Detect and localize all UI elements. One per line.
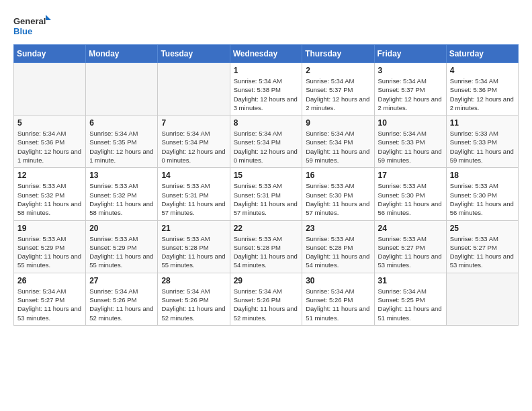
day-info: Sunrise: 5:33 AM Sunset: 5:33 PM Dayligh…: [450, 129, 515, 165]
day-number: 11: [450, 118, 515, 128]
day-number: 21: [161, 224, 226, 233]
day-info: Sunrise: 5:34 AM Sunset: 5:34 PM Dayligh…: [234, 129, 299, 165]
calendar-cell: 19Sunrise: 5:33 AM Sunset: 5:29 PM Dayli…: [14, 220, 86, 273]
calendar-week-4: 26Sunrise: 5:34 AM Sunset: 5:27 PM Dayli…: [14, 273, 519, 325]
day-number: 30: [306, 276, 370, 285]
calendar-cell: 14Sunrise: 5:33 AM Sunset: 5:31 PM Dayli…: [158, 168, 230, 220]
day-number: 7: [161, 118, 226, 128]
calendar-week-2: 12Sunrise: 5:33 AM Sunset: 5:32 PM Dayli…: [14, 168, 519, 220]
day-number: 27: [89, 276, 154, 285]
day-number: 1: [234, 66, 299, 75]
calendar-cell: 7Sunrise: 5:34 AM Sunset: 5:34 PM Daylig…: [158, 116, 230, 168]
col-header-saturday: Saturday: [446, 45, 518, 63]
svg-text:General: General: [13, 16, 46, 26]
calendar-cell: 15Sunrise: 5:33 AM Sunset: 5:31 PM Dayli…: [230, 168, 302, 220]
calendar-cell: 16Sunrise: 5:33 AM Sunset: 5:30 PM Dayli…: [302, 168, 374, 220]
calendar-week-0: 1Sunrise: 5:34 AM Sunset: 5:38 PM Daylig…: [14, 63, 519, 116]
day-number: 6: [89, 118, 154, 128]
calendar-cell: [158, 63, 230, 116]
calendar-cell: 28Sunrise: 5:34 AM Sunset: 5:26 PM Dayli…: [158, 273, 230, 325]
calendar-cell: 22Sunrise: 5:33 AM Sunset: 5:28 PM Dayli…: [230, 220, 302, 273]
calendar-cell: [446, 273, 518, 325]
day-info: Sunrise: 5:33 AM Sunset: 5:28 PM Dayligh…: [161, 234, 226, 270]
day-number: 24: [378, 224, 443, 233]
calendar-cell: 30Sunrise: 5:34 AM Sunset: 5:26 PM Dayli…: [302, 273, 374, 325]
day-info: Sunrise: 5:34 AM Sunset: 5:26 PM Dayligh…: [89, 287, 154, 322]
day-info: Sunrise: 5:34 AM Sunset: 5:34 PM Dayligh…: [161, 129, 226, 165]
logo-svg: General Blue: [13, 13, 54, 38]
calendar-cell: 4Sunrise: 5:34 AM Sunset: 5:36 PM Daylig…: [446, 63, 518, 116]
day-number: 20: [89, 224, 154, 233]
day-number: 26: [17, 276, 82, 285]
day-number: 16: [306, 171, 370, 180]
day-info: Sunrise: 5:34 AM Sunset: 5:25 PM Dayligh…: [378, 287, 443, 322]
day-info: Sunrise: 5:33 AM Sunset: 5:28 PM Dayligh…: [306, 234, 370, 270]
calendar-cell: 13Sunrise: 5:33 AM Sunset: 5:32 PM Dayli…: [86, 168, 158, 220]
col-header-sunday: Sunday: [14, 45, 86, 63]
day-info: Sunrise: 5:33 AM Sunset: 5:30 PM Dayligh…: [306, 181, 370, 217]
day-info: Sunrise: 5:34 AM Sunset: 5:26 PM Dayligh…: [306, 287, 370, 322]
day-number: 25: [450, 224, 515, 233]
day-info: Sunrise: 5:33 AM Sunset: 5:27 PM Dayligh…: [450, 234, 515, 270]
day-number: 31: [378, 276, 443, 285]
calendar-cell: 12Sunrise: 5:33 AM Sunset: 5:32 PM Dayli…: [14, 168, 86, 220]
day-number: 15: [234, 171, 299, 180]
day-info: Sunrise: 5:34 AM Sunset: 5:36 PM Dayligh…: [450, 77, 515, 112]
day-number: 2: [306, 66, 370, 75]
calendar-cell: 23Sunrise: 5:33 AM Sunset: 5:28 PM Dayli…: [302, 220, 374, 273]
calendar-cell: 9Sunrise: 5:34 AM Sunset: 5:34 PM Daylig…: [302, 116, 374, 168]
day-info: Sunrise: 5:33 AM Sunset: 5:32 PM Dayligh…: [17, 181, 82, 217]
day-number: 4: [450, 66, 515, 75]
day-number: 8: [234, 118, 299, 128]
calendar-cell: 17Sunrise: 5:33 AM Sunset: 5:30 PM Dayli…: [374, 168, 446, 220]
day-number: 19: [17, 224, 82, 233]
day-number: 9: [306, 118, 370, 128]
calendar-header-row: SundayMondayTuesdayWednesdayThursdayFrid…: [14, 45, 519, 63]
calendar-cell: 1Sunrise: 5:34 AM Sunset: 5:38 PM Daylig…: [230, 63, 302, 116]
col-header-wednesday: Wednesday: [230, 45, 302, 63]
calendar-cell: [14, 63, 86, 116]
day-number: 23: [306, 224, 370, 233]
day-info: Sunrise: 5:33 AM Sunset: 5:31 PM Dayligh…: [161, 181, 226, 217]
day-info: Sunrise: 5:34 AM Sunset: 5:37 PM Dayligh…: [378, 77, 443, 112]
day-info: Sunrise: 5:33 AM Sunset: 5:29 PM Dayligh…: [17, 234, 82, 270]
calendar-cell: 25Sunrise: 5:33 AM Sunset: 5:27 PM Dayli…: [446, 220, 518, 273]
day-number: 28: [161, 276, 226, 285]
calendar-cell: 5Sunrise: 5:34 AM Sunset: 5:36 PM Daylig…: [14, 116, 86, 168]
col-header-thursday: Thursday: [302, 45, 374, 63]
day-info: Sunrise: 5:33 AM Sunset: 5:29 PM Dayligh…: [89, 234, 154, 270]
day-number: 5: [17, 118, 82, 128]
calendar-table: SundayMondayTuesdayWednesdayThursdayFrid…: [13, 44, 519, 326]
calendar-cell: 24Sunrise: 5:33 AM Sunset: 5:27 PM Dayli…: [374, 220, 446, 273]
day-info: Sunrise: 5:33 AM Sunset: 5:27 PM Dayligh…: [378, 234, 443, 270]
day-info: Sunrise: 5:33 AM Sunset: 5:32 PM Dayligh…: [89, 181, 154, 217]
calendar-cell: 10Sunrise: 5:34 AM Sunset: 5:33 PM Dayli…: [374, 116, 446, 168]
day-number: 18: [450, 171, 515, 180]
logo: General Blue: [13, 13, 54, 38]
day-number: 17: [378, 171, 443, 180]
calendar-cell: 27Sunrise: 5:34 AM Sunset: 5:26 PM Dayli…: [86, 273, 158, 325]
calendar-cell: 21Sunrise: 5:33 AM Sunset: 5:28 PM Dayli…: [158, 220, 230, 273]
day-info: Sunrise: 5:34 AM Sunset: 5:34 PM Dayligh…: [306, 129, 370, 165]
calendar-cell: 2Sunrise: 5:34 AM Sunset: 5:37 PM Daylig…: [302, 63, 374, 116]
day-number: 22: [234, 224, 299, 233]
calendar-cell: 20Sunrise: 5:33 AM Sunset: 5:29 PM Dayli…: [86, 220, 158, 273]
day-info: Sunrise: 5:34 AM Sunset: 5:26 PM Dayligh…: [234, 287, 299, 322]
day-info: Sunrise: 5:33 AM Sunset: 5:30 PM Dayligh…: [450, 181, 515, 217]
col-header-friday: Friday: [374, 45, 446, 63]
day-number: 29: [234, 276, 299, 285]
svg-marker-2: [46, 15, 51, 20]
calendar-cell: 8Sunrise: 5:34 AM Sunset: 5:34 PM Daylig…: [230, 116, 302, 168]
calendar-cell: [86, 63, 158, 116]
calendar-cell: 11Sunrise: 5:33 AM Sunset: 5:33 PM Dayli…: [446, 116, 518, 168]
calendar-cell: 6Sunrise: 5:34 AM Sunset: 5:35 PM Daylig…: [86, 116, 158, 168]
calendar-cell: 3Sunrise: 5:34 AM Sunset: 5:37 PM Daylig…: [374, 63, 446, 116]
day-number: 14: [161, 171, 226, 180]
day-info: Sunrise: 5:33 AM Sunset: 5:30 PM Dayligh…: [378, 181, 443, 217]
day-info: Sunrise: 5:34 AM Sunset: 5:37 PM Dayligh…: [306, 77, 370, 112]
day-info: Sunrise: 5:33 AM Sunset: 5:31 PM Dayligh…: [234, 181, 299, 217]
day-number: 12: [17, 171, 82, 180]
day-info: Sunrise: 5:34 AM Sunset: 5:35 PM Dayligh…: [89, 129, 154, 165]
day-info: Sunrise: 5:34 AM Sunset: 5:27 PM Dayligh…: [17, 287, 82, 322]
day-info: Sunrise: 5:34 AM Sunset: 5:33 PM Dayligh…: [378, 129, 443, 165]
